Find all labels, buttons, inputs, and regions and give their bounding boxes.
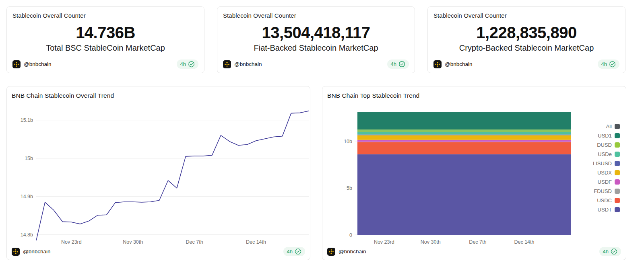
- card-footer: @bnbchain 4h: [12, 60, 198, 69]
- stat-value: 13,504,418,117: [262, 24, 370, 41]
- area-band-usde[interactable]: [357, 132, 571, 135]
- card-footer: @bnbchain 4h: [223, 60, 409, 69]
- x-axis-tick-label: Dec 14th: [246, 239, 266, 245]
- stat-subtitle: Crypto-Backed Stablecoin MarketCap: [459, 43, 594, 53]
- legend-item-lisusd[interactable]: LISUSD: [593, 159, 620, 168]
- y-axis-tick-label: 14.8b: [21, 232, 33, 238]
- legend-swatch: [615, 161, 620, 166]
- legend-item-usdt[interactable]: USDT: [593, 205, 620, 214]
- chart-title: BNB Chain Top Stablecoin Trend: [327, 92, 419, 99]
- card-footer: @bnbchain 4h: [12, 247, 305, 256]
- legend-item-dusd[interactable]: DUSD: [593, 140, 620, 150]
- legend-swatch: [615, 142, 620, 148]
- legend-label: LISUSD: [593, 160, 612, 166]
- stat-card-fiat-backed: Stablecoin Overall Counter 13,504,418,11…: [217, 6, 415, 73]
- area-band-dusd[interactable]: [357, 129, 571, 132]
- stat-card-total-bsc: Stablecoin Overall Counter 14.736B Total…: [6, 6, 204, 73]
- refresh-badge[interactable]: 4h: [599, 247, 621, 256]
- badge-time: 4h: [391, 61, 396, 67]
- refresh-badge[interactable]: 4h: [283, 247, 305, 256]
- chart-legend: AllUSD1DUSDUSDeLISUSDUSDXUSDFFDUSDUSDCUS…: [593, 122, 620, 214]
- legend-label: USD1: [598, 133, 612, 139]
- author[interactable]: @bnbchain: [327, 248, 366, 256]
- author[interactable]: @bnbchain: [433, 60, 473, 68]
- stat-center: 13,504,418,117 Fiat-Backed Stablecoin Ma…: [223, 17, 409, 60]
- overall-trend-line-chart[interactable]: 15.1b15b14.9b14.8bNov 23rdNov 30thDec 7t…: [7, 103, 311, 247]
- author[interactable]: @bnbchain: [12, 248, 51, 256]
- refresh-badge[interactable]: 4h: [598, 60, 619, 69]
- legend-swatch: [615, 198, 620, 203]
- bnbchain-logo-icon: [12, 60, 21, 68]
- author[interactable]: @bnbchain: [12, 60, 52, 68]
- legend-label: USDT: [598, 207, 612, 213]
- x-axis-tick-label: Dec 7th: [469, 239, 486, 245]
- bnbchain-logo-icon: [327, 248, 335, 256]
- area-band-usdc[interactable]: [357, 142, 571, 154]
- legend-label: USDe: [598, 151, 612, 157]
- verified-check-icon: [609, 61, 616, 68]
- x-axis-tick-label: Dec 14th: [514, 239, 534, 245]
- trend-line: [36, 111, 309, 240]
- area-band-usdf[interactable]: [357, 140, 571, 142]
- author-handle: @bnbchain: [339, 248, 366, 255]
- x-axis-tick-label: Nov 30th: [421, 239, 441, 245]
- x-axis-tick-label: Nov 23rd: [374, 239, 394, 245]
- y-axis-tick-label: 15b: [25, 156, 33, 161]
- badge-time: 4h: [180, 61, 186, 67]
- area-band-usdt[interactable]: [357, 154, 571, 235]
- legend-label: DUSD: [597, 142, 612, 148]
- author-handle: @bnbchain: [445, 61, 473, 67]
- area-band-lisusd[interactable]: [357, 134, 571, 135]
- stat-value: 1,228,835,890: [476, 24, 576, 41]
- author-handle: @bnbchain: [23, 248, 51, 255]
- legend-label: USDX: [597, 170, 612, 176]
- x-axis-tick-label: Nov 23rd: [61, 239, 82, 245]
- legend-swatch: [615, 179, 620, 185]
- chart-card-top-stablecoin-trend: BNB Chain Top Stablecoin Trend 10b5b0Nov…: [322, 86, 626, 260]
- area-band-fdusd[interactable]: [357, 142, 571, 142]
- refresh-badge[interactable]: 4h: [387, 60, 409, 69]
- stat-center: 1,228,835,890 Crypto-Backed Stablecoin M…: [433, 17, 619, 60]
- legend-label: USDF: [598, 179, 612, 185]
- stat-subtitle: Total BSC StableCoin MarketCap: [46, 43, 165, 53]
- legend-swatch: [615, 152, 620, 157]
- author[interactable]: @bnbchain: [223, 60, 262, 68]
- area-band-usd1[interactable]: [357, 112, 571, 130]
- verified-check-icon: [188, 61, 195, 68]
- verified-check-icon: [295, 248, 301, 255]
- legend-swatch: [615, 133, 620, 138]
- legend-item-all[interactable]: All: [593, 122, 620, 131]
- bnbchain-logo-icon: [223, 60, 231, 68]
- stat-subtitle: Fiat-Backed Stablecoin MarketCap: [254, 43, 378, 53]
- legend-item-usdx[interactable]: USDX: [593, 168, 620, 177]
- y-axis-tick-label: 15.1b: [21, 117, 33, 123]
- verified-check-icon: [611, 248, 617, 255]
- stat-card-crypto-backed: Stablecoin Overall Counter 1,228,835,890…: [427, 6, 625, 73]
- legend-item-usdc[interactable]: USDC: [593, 196, 620, 205]
- legend-item-usd1[interactable]: USD1: [593, 131, 620, 140]
- legend-item-usdf[interactable]: USDF: [593, 177, 620, 187]
- top-stablecoin-stacked-area-chart[interactable]: 10b5b0Nov 23rdNov 30thDec 7thDec 14th: [322, 103, 627, 247]
- badge-time: 4h: [603, 248, 609, 255]
- legend-label: FDUSD: [594, 188, 612, 194]
- legend-item-fdusd[interactable]: FDUSD: [593, 187, 620, 196]
- bnbchain-logo-icon: [12, 248, 20, 256]
- card-footer: @bnbchain 4h: [327, 247, 621, 256]
- legend-swatch: [615, 189, 620, 194]
- legend-item-usde[interactable]: USDe: [593, 150, 620, 159]
- legend-label: USDC: [597, 197, 612, 203]
- y-axis-tick-label: 5b: [347, 185, 352, 191]
- legend-swatch: [615, 124, 620, 129]
- y-axis-tick-label: 0: [349, 232, 352, 238]
- author-handle: @bnbchain: [234, 61, 262, 67]
- verified-check-icon: [398, 61, 405, 68]
- area-band-usdx[interactable]: [357, 135, 571, 140]
- refresh-badge[interactable]: 4h: [177, 60, 198, 69]
- legend-swatch: [615, 207, 620, 212]
- legend-label: All: [606, 123, 612, 129]
- stat-center: 14.736B Total BSC StableCoin MarketCap: [12, 17, 198, 60]
- chart-title: BNB Chain Stablecoin Overall Trend: [12, 92, 114, 99]
- chart-card-overall-trend: BNB Chain Stablecoin Overall Trend 15.1b…: [6, 86, 310, 260]
- card-footer: @bnbchain 4h: [433, 60, 619, 69]
- x-axis-tick-label: Dec 7th: [186, 239, 203, 245]
